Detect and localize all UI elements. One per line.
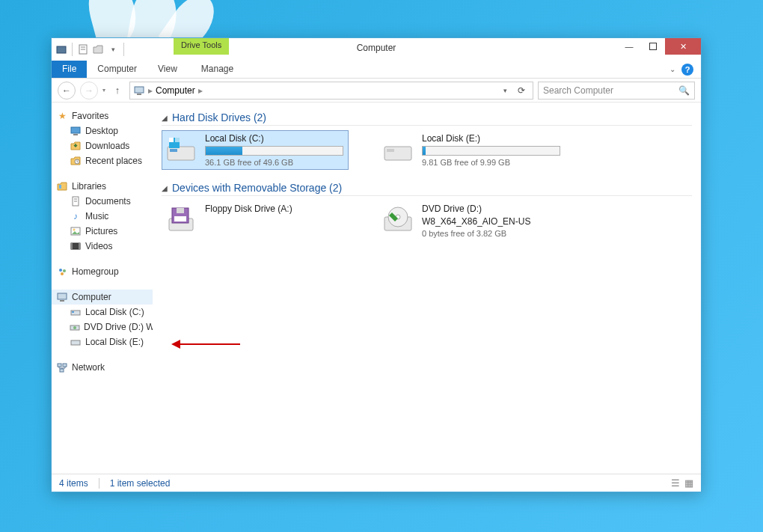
nav-network[interactable]: Network <box>52 360 153 375</box>
section-hdd[interactable]: ◢Hard Disk Drives (2) <box>162 111 692 126</box>
breadcrumb-separator[interactable]: ▸ <box>198 85 203 96</box>
svg-rect-33 <box>170 149 177 152</box>
svg-rect-38 <box>387 149 394 152</box>
search-placeholder: Search Computer <box>543 85 613 96</box>
refresh-icon[interactable]: ⟳ <box>513 85 530 96</box>
svg-point-21 <box>61 272 64 275</box>
ribbon-tabs: File Computer View Manage ⌄ ? <box>52 61 701 79</box>
status-selected-count: 1 item selected <box>110 478 171 489</box>
close-button[interactable]: ✕ <box>665 38 701 55</box>
titlebar: ▾ Drive Tools Computer — ✕ <box>52 38 701 61</box>
svg-rect-6 <box>137 94 141 95</box>
ribbon-expand-icon[interactable]: ⌄ <box>669 65 675 73</box>
details-view-icon[interactable]: ☰ <box>671 477 680 489</box>
nav-homegroup[interactable]: Homegroup <box>52 264 153 279</box>
computer-icon <box>56 291 68 303</box>
dvd-icon <box>70 321 80 333</box>
nav-local-disk-e[interactable]: Local Disk (E:) <box>52 334 153 349</box>
svg-point-27 <box>73 326 76 329</box>
tiles-view-icon[interactable]: ▦ <box>684 477 693 489</box>
svg-rect-8 <box>73 134 78 135</box>
drive-local-c[interactable]: Local Disk (C:) 36.1 GB free of 49.6 GB <box>162 130 349 170</box>
address-dropdown-icon[interactable]: ▾ <box>500 87 510 94</box>
address-field[interactable]: ▸ Computer ▸ ▾ ⟳ <box>129 82 533 100</box>
drive-local-e[interactable]: Local Disk (E:) 9.81 GB free of 9.99 GB <box>379 130 566 170</box>
disk-icon <box>70 336 82 348</box>
svg-rect-35 <box>169 138 174 142</box>
nav-recent[interactable]: Recent places <box>52 153 153 168</box>
svg-point-15 <box>73 229 76 231</box>
svg-rect-10 <box>59 185 61 189</box>
drive-name: DVD Drive (D:) <box>422 204 563 214</box>
help-icon[interactable]: ? <box>681 64 693 76</box>
drive-label: W8_X64_X86_AIO_EN-US <box>422 216 563 227</box>
drive-dvd[interactable]: DVD Drive (D:) W8_X64_X86_AIO_EN-US 0 by… <box>379 201 566 241</box>
context-tab-drive-tools[interactable]: Drive Tools <box>174 38 229 55</box>
content-pane: ◢Hard Disk Drives (2) Local Disk (C:) 36… <box>153 103 701 474</box>
maximize-button[interactable] <box>641 38 665 55</box>
videos-icon <box>70 240 82 252</box>
window-title: Computer <box>357 43 396 53</box>
star-icon: ★ <box>56 110 68 122</box>
minimize-button[interactable]: — <box>617 38 641 55</box>
svg-rect-28 <box>71 340 80 345</box>
svg-rect-4 <box>650 43 657 50</box>
tab-file[interactable]: File <box>52 61 87 78</box>
tab-view[interactable]: View <box>147 61 188 78</box>
new-folder-icon[interactable] <box>91 43 105 56</box>
qat-dropdown-icon[interactable]: ▾ <box>106 43 120 56</box>
tab-manage[interactable]: Manage <box>191 61 244 78</box>
hdd-icon <box>165 133 197 166</box>
breadcrumb-computer[interactable]: Computer <box>156 85 195 96</box>
annotation-arrow <box>179 343 240 345</box>
desktop-icon <box>70 125 82 137</box>
nav-computer[interactable]: Computer <box>52 290 153 305</box>
svg-point-20 <box>63 269 66 272</box>
nav-downloads[interactable]: Downloads <box>52 138 153 153</box>
svg-point-19 <box>59 269 62 272</box>
back-button[interactable]: ← <box>58 82 76 100</box>
collapse-icon[interactable]: ◢ <box>162 184 168 192</box>
nav-favorites[interactable]: ★Favorites <box>52 108 153 123</box>
dvd-drive-icon <box>382 204 414 236</box>
nav-videos[interactable]: Videos <box>52 239 153 254</box>
drive-free-text: 0 bytes free of 3.82 GB <box>422 229 563 238</box>
svg-rect-36 <box>175 138 180 142</box>
drive-name: Floppy Disk Drive (A:) <box>205 204 346 214</box>
svg-rect-32 <box>168 147 194 160</box>
svg-rect-22 <box>58 293 67 299</box>
address-bar: ← → ▾ ↑ ▸ Computer ▸ ▾ ⟳ Search Computer… <box>52 79 701 103</box>
svg-rect-31 <box>60 369 64 372</box>
nav-dvd-drive[interactable]: DVD Drive (D:) W8_X <box>52 319 153 334</box>
svg-rect-18 <box>79 243 80 249</box>
nav-libraries[interactable]: Libraries <box>52 179 153 194</box>
floppy-icon <box>165 204 197 236</box>
search-input[interactable]: Search Computer 🔍 <box>538 82 695 100</box>
svg-rect-5 <box>135 87 144 93</box>
properties-icon[interactable] <box>76 43 90 56</box>
up-button[interactable]: ↑ <box>110 85 125 96</box>
pictures-icon <box>70 225 82 237</box>
drive-floppy[interactable]: Floppy Disk Drive (A:) <box>162 201 349 241</box>
nav-desktop[interactable]: Desktop <box>52 123 153 138</box>
history-dropdown-icon[interactable]: ▾ <box>102 87 105 94</box>
svg-rect-41 <box>177 208 184 213</box>
nav-documents[interactable]: Documents <box>52 194 153 209</box>
app-icon[interactable] <box>55 43 68 56</box>
nav-music[interactable]: ♪Music <box>52 209 153 224</box>
collapse-icon[interactable]: ◢ <box>162 114 168 122</box>
nav-local-disk-c[interactable]: Local Disk (C:) <box>52 305 153 319</box>
drive-free-text: 36.1 GB free of 49.6 GB <box>205 158 346 167</box>
breadcrumb-separator[interactable]: ▸ <box>148 85 153 96</box>
svg-rect-23 <box>60 300 64 302</box>
status-bar: 4 items 1 item selected ☰ ▦ <box>52 474 701 492</box>
section-removable[interactable]: ◢Devices with Removable Storage (2) <box>162 182 692 196</box>
svg-rect-7 <box>71 127 80 133</box>
svg-rect-29 <box>58 364 61 367</box>
downloads-icon <box>70 140 82 152</box>
svg-rect-30 <box>63 364 67 367</box>
forward-button[interactable]: → <box>80 82 98 100</box>
svg-rect-42 <box>174 216 186 221</box>
nav-pictures[interactable]: Pictures <box>52 224 153 239</box>
tab-computer[interactable]: Computer <box>87 61 147 78</box>
